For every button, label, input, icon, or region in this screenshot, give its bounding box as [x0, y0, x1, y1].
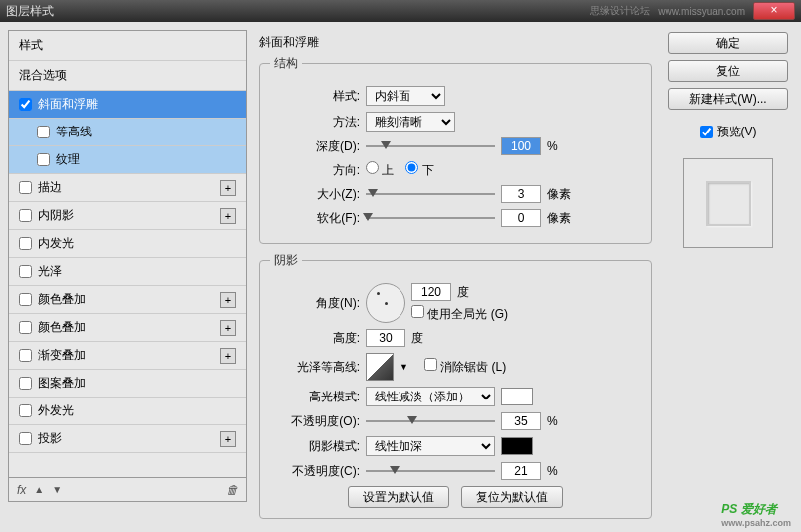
depth-slider[interactable]: [366, 139, 495, 153]
watermark-logo: PS 爱好者 www.psahz.com: [721, 499, 791, 528]
gloss-contour-swatch[interactable]: [366, 353, 394, 381]
angle-unit: 度: [457, 284, 469, 301]
method-label: 方法:: [270, 114, 360, 131]
style-checkbox[interactable]: [19, 98, 32, 111]
plus-icon[interactable]: +: [220, 431, 236, 447]
style-row[interactable]: 内阴影+: [9, 202, 246, 230]
shadow-opacity-label: 不透明度(C):: [270, 463, 360, 480]
style-row[interactable]: 颜色叠加+: [9, 286, 246, 314]
fx-icon[interactable]: fx: [17, 483, 26, 497]
style-checkbox[interactable]: [19, 293, 32, 306]
chevron-down-icon[interactable]: ▼: [400, 362, 408, 372]
style-checkbox[interactable]: [19, 181, 32, 194]
angle-label: 角度(N):: [270, 295, 360, 312]
style-row[interactable]: 颜色叠加+: [9, 314, 246, 342]
style-checkbox[interactable]: [19, 265, 32, 278]
style-label: 颜色叠加: [38, 291, 86, 308]
plus-icon[interactable]: +: [220, 180, 236, 196]
direction-down[interactable]: 下: [405, 161, 433, 179]
altitude-label: 高度:: [270, 330, 360, 347]
antialias-check[interactable]: 消除锯齿 (L): [424, 358, 506, 376]
size-input[interactable]: [501, 185, 541, 203]
depth-input[interactable]: [501, 137, 541, 155]
style-checkbox[interactable]: [37, 126, 50, 138]
reset-button[interactable]: 复位: [668, 60, 788, 82]
style-row[interactable]: 斜面和浮雕: [9, 91, 246, 119]
shadow-mode-label: 阴影模式:: [270, 438, 360, 455]
structure-legend: 结构: [270, 55, 302, 72]
style-label: 外发光: [38, 402, 74, 419]
soften-label: 软化(F):: [270, 210, 360, 227]
angle-widget[interactable]: [366, 283, 405, 323]
style-row[interactable]: 等高线: [9, 119, 246, 146]
style-checkbox[interactable]: [19, 377, 32, 390]
highlight-opacity-label: 不透明度(O):: [270, 413, 360, 430]
arrow-up-icon[interactable]: ▲: [34, 484, 44, 495]
style-checkbox[interactable]: [19, 209, 32, 222]
highlight-mode-select[interactable]: 线性减淡（添加）: [366, 387, 495, 406]
shadow-mode-select[interactable]: 线性加深: [366, 436, 495, 456]
shadow-opacity-unit: %: [547, 464, 558, 478]
highlight-opacity-slider[interactable]: [366, 414, 495, 428]
style-checkbox[interactable]: [37, 153, 50, 166]
reset-default-button[interactable]: 复位为默认值: [461, 486, 563, 508]
direction-up[interactable]: 上: [366, 161, 394, 179]
style-row[interactable]: 外发光: [9, 398, 246, 425]
highlight-opacity-unit: %: [547, 414, 558, 428]
preview-checkbox[interactable]: 预览(V): [700, 124, 757, 140]
style-checkbox[interactable]: [19, 321, 32, 334]
style-label: 颜色叠加: [38, 319, 86, 336]
arrow-down-icon[interactable]: ▼: [52, 484, 62, 495]
altitude-input[interactable]: [366, 329, 405, 347]
highlight-color-swatch[interactable]: [501, 388, 533, 405]
direction-label: 方向:: [270, 162, 360, 179]
plus-icon[interactable]: +: [220, 348, 236, 364]
style-row[interactable]: 内发光: [9, 230, 246, 258]
plus-icon[interactable]: +: [220, 292, 236, 308]
style-row[interactable]: 渐变叠加+: [9, 342, 246, 370]
preview-swatch: [706, 181, 751, 226]
style-row[interactable]: 图案叠加: [9, 370, 246, 398]
style-select[interactable]: 内斜面: [366, 86, 445, 106]
depth-label: 深度(D):: [270, 138, 360, 155]
set-default-button[interactable]: 设置为默认值: [348, 486, 449, 508]
soften-slider[interactable]: [366, 211, 495, 225]
shadow-opacity-slider[interactable]: [366, 464, 495, 478]
gloss-label: 光泽等高线:: [270, 359, 360, 376]
style-label: 等高线: [56, 124, 92, 140]
trash-icon[interactable]: 🗑: [226, 483, 238, 497]
highlight-opacity-input[interactable]: [501, 412, 541, 430]
shadow-color-swatch[interactable]: [501, 437, 533, 455]
style-checkbox[interactable]: [19, 237, 32, 250]
close-button[interactable]: ×: [753, 2, 795, 20]
style-label: 光泽: [38, 263, 62, 280]
style-checkbox[interactable]: [19, 404, 32, 417]
style-row[interactable]: 描边+: [9, 174, 246, 202]
soften-input[interactable]: [501, 209, 541, 227]
size-unit: 像素: [547, 186, 571, 203]
style-row[interactable]: 光泽: [9, 258, 246, 286]
blending-options-header[interactable]: 混合选项: [9, 61, 246, 91]
action-panel: 确定 复位 新建样式(W)... 预览(V): [664, 30, 793, 502]
global-light-check[interactable]: 使用全局光 (G): [411, 307, 508, 321]
shading-group: 阴影 角度(N): 度 使用全局光 (G) 高度: 度: [259, 252, 652, 519]
style-row[interactable]: 投影+: [9, 425, 246, 453]
new-style-button[interactable]: 新建样式(W)...: [668, 88, 788, 110]
size-slider[interactable]: [366, 187, 495, 201]
plus-icon[interactable]: +: [220, 208, 236, 224]
panel-title: 斜面和浮雕: [259, 34, 652, 51]
soften-unit: 像素: [547, 210, 571, 227]
preview-box: [683, 158, 773, 248]
style-row[interactable]: 纹理: [9, 146, 246, 174]
plus-icon[interactable]: +: [220, 320, 236, 336]
ok-button[interactable]: 确定: [668, 32, 788, 54]
shadow-opacity-input[interactable]: [501, 462, 541, 480]
styles-header[interactable]: 样式: [9, 31, 246, 61]
method-select[interactable]: 雕刻清晰: [366, 112, 455, 132]
style-checkbox[interactable]: [19, 349, 32, 362]
style-label: 纹理: [56, 151, 80, 168]
altitude-unit: 度: [411, 330, 423, 347]
shading-legend: 阴影: [270, 252, 302, 269]
style-checkbox[interactable]: [19, 432, 32, 445]
angle-input[interactable]: [411, 283, 451, 301]
